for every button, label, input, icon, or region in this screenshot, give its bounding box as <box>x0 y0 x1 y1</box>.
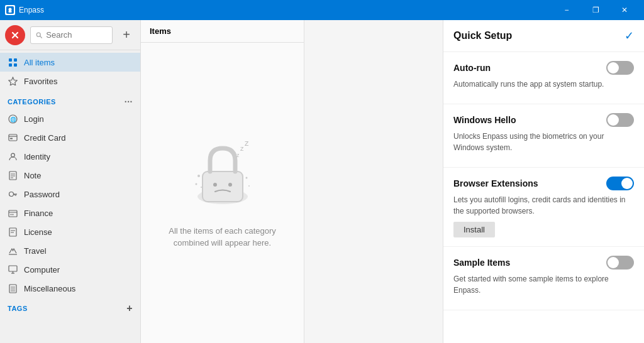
setup-section-windows-hello: Windows Hello Unlocks Enpass using the b… <box>443 104 644 168</box>
login-icon: 🌐 <box>8 114 18 124</box>
svg-text:z: z <box>236 152 240 158</box>
miscellaneous-icon <box>8 283 18 293</box>
password-icon <box>8 189 18 199</box>
svg-text:z: z <box>240 144 244 152</box>
svg-line-7 <box>40 36 42 38</box>
travel-label: Travel <box>24 246 47 256</box>
items-panel-body: z z z All the items of each category com… <box>141 43 304 343</box>
sample-items-label: Sample Items <box>453 258 510 268</box>
app-body: + All items Favorites CATEGORIES ··· <box>0 20 644 343</box>
quick-setup-panel: Quick Setup ✓ Auto-run Automatically run… <box>443 20 644 343</box>
travel-icon <box>8 246 18 256</box>
titlebar-left: Enpass <box>5 5 44 15</box>
svg-point-23 <box>9 192 13 196</box>
main-content: Items <box>141 20 644 343</box>
empty-state-illustration: z z z <box>185 137 260 212</box>
search-icon <box>36 31 42 39</box>
login-label: Login <box>24 114 44 124</box>
license-label: License <box>24 227 52 237</box>
license-icon <box>8 227 18 237</box>
svg-point-51 <box>201 187 202 188</box>
all-items-label: All items <box>24 58 55 67</box>
svg-rect-2 <box>9 11 12 13</box>
items-panel-header: Items <box>141 20 304 43</box>
svg-point-53 <box>248 185 250 187</box>
app-icon <box>5 5 15 15</box>
svg-rect-17 <box>10 138 13 139</box>
svg-point-50 <box>195 183 197 185</box>
sidebar-item-travel[interactable]: Travel <box>0 241 140 260</box>
svg-rect-15 <box>9 134 17 141</box>
setup-section-browser-extensions: Browser Extensions Lets you autofill log… <box>443 168 644 247</box>
setup-section-auto-run: Auto-run Automatically runs the app at s… <box>443 52 644 104</box>
svg-point-30 <box>12 214 13 215</box>
favorites-label: Favorites <box>24 77 57 86</box>
miscellaneous-label: Miscellaneous <box>24 284 75 293</box>
svg-point-49 <box>197 175 200 177</box>
auto-run-toggle[interactable] <box>606 61 634 75</box>
quick-setup-title: Quick Setup <box>453 30 512 41</box>
empty-state-text: All the items of each category combined … <box>160 225 286 249</box>
detail-panel <box>304 20 443 343</box>
sidebar-item-password[interactable]: Password <box>0 185 140 204</box>
sample-items-toggle[interactable] <box>606 256 634 270</box>
sidebar-item-license[interactable]: License <box>0 222 140 241</box>
svg-point-44 <box>213 183 217 187</box>
svg-point-52 <box>245 177 247 178</box>
sidebar-item-credit-card[interactable]: Credit Card <box>0 128 140 147</box>
auto-run-label: Auto-run <box>453 63 491 73</box>
browser-extensions-label: Browser Extensions <box>453 178 538 188</box>
svg-text:🌐: 🌐 <box>9 116 16 122</box>
all-items-icon <box>8 57 18 67</box>
svg-point-18 <box>11 153 14 157</box>
identity-icon <box>8 151 18 161</box>
svg-rect-8 <box>9 58 12 62</box>
search-input[interactable] <box>46 30 107 40</box>
windows-hello-label: Windows Hello <box>453 115 516 125</box>
svg-rect-27 <box>9 210 17 217</box>
finance-icon <box>8 208 18 218</box>
maximize-button[interactable]: ❐ <box>581 0 610 20</box>
windows-hello-desc: Unlocks Enpass using the biometrics on y… <box>453 131 634 153</box>
sidebar-item-all-items[interactable]: All items <box>0 53 140 72</box>
svg-point-1 <box>9 8 12 11</box>
browser-extensions-desc: Lets you autofill logins, credit cards a… <box>453 194 634 217</box>
sidebar-item-finance[interactable]: Finance <box>0 204 140 222</box>
tags-label: TAGS <box>8 305 28 312</box>
sample-items-row: Sample Items <box>453 256 634 270</box>
titlebar: Enpass − ❐ ✕ <box>0 0 644 20</box>
sidebar-toolbar: + <box>0 20 140 50</box>
app-title: Enpass <box>19 6 44 14</box>
browser-extensions-row: Browser Extensions <box>453 177 634 190</box>
items-panel: Items <box>141 20 304 343</box>
setup-section-sample-items: Sample Items Get started with some sampl… <box>443 247 644 310</box>
quick-setup-header: Quick Setup ✓ <box>443 20 644 52</box>
search-box[interactable] <box>30 26 113 44</box>
sidebar-item-favorites[interactable]: Favorites <box>0 72 140 90</box>
add-item-button[interactable]: + <box>118 26 135 44</box>
minimize-button[interactable]: − <box>552 0 581 20</box>
sidebar-item-computer[interactable]: Computer <box>0 260 140 279</box>
credit-card-label: Credit Card <box>24 133 65 143</box>
install-button[interactable]: Install <box>453 222 495 237</box>
close-button[interactable]: ✕ <box>610 0 639 20</box>
windows-hello-toggle[interactable] <box>606 113 634 127</box>
svg-rect-9 <box>14 58 17 62</box>
svg-rect-43 <box>203 172 243 202</box>
password-label: Password <box>24 190 60 199</box>
sidebar: + All items Favorites CATEGORIES ··· <box>0 20 141 343</box>
svg-point-29 <box>10 214 11 215</box>
finance-label: Finance <box>24 209 53 218</box>
quick-setup-done-button[interactable]: ✓ <box>625 29 634 43</box>
sidebar-item-identity[interactable]: Identity <box>0 147 140 166</box>
sidebar-item-login[interactable]: 🌐 Login <box>0 109 140 128</box>
avatar-button[interactable] <box>5 25 25 45</box>
browser-extensions-toggle[interactable] <box>606 177 634 190</box>
tags-add-button[interactable]: + <box>126 303 133 314</box>
categories-more-button[interactable]: ··· <box>125 97 133 107</box>
auto-run-desc: Automatically runs the app at system sta… <box>453 79 634 90</box>
sidebar-item-miscellaneous[interactable]: Miscellaneous <box>0 279 140 298</box>
windows-hello-row: Windows Hello <box>453 113 634 127</box>
sidebar-item-note[interactable]: Note <box>0 166 140 185</box>
window-controls: − ❐ ✕ <box>552 0 639 20</box>
